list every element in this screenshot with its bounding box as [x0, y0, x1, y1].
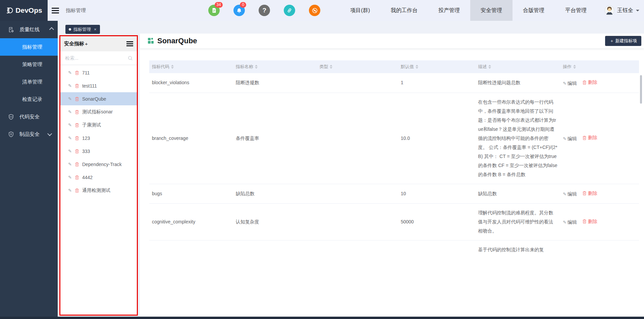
nav-item-workbench[interactable]: 我的工作台	[380, 0, 428, 21]
list-item[interactable]: ✎ 4442	[60, 171, 137, 184]
list-item[interactable]: ✎ 123	[60, 131, 137, 145]
delete-trash-icon[interactable]	[75, 149, 79, 154]
sort-icons[interactable]	[573, 65, 576, 69]
delete-trash-icon[interactable]	[75, 123, 79, 127]
column-header-type[interactable]: 类型	[319, 64, 395, 70]
delete-button[interactable]: 删除	[582, 189, 597, 198]
sidebar-group-artifact-security[interactable]: 制品安全	[0, 125, 58, 143]
nav-item-security[interactable]: 安全管理	[470, 0, 513, 21]
list-item[interactable]: ✎ Dependency-Track	[60, 158, 137, 171]
edit-button[interactable]: ✎编辑	[563, 219, 577, 225]
sidebar-item-indicator-management[interactable]: 指标管理	[0, 38, 58, 56]
sort-icons[interactable]	[416, 65, 418, 69]
edit-pencil-icon[interactable]: ✎	[68, 122, 72, 127]
breadcrumb: 指标管理	[66, 7, 86, 14]
shield-list-icon	[8, 131, 14, 138]
list-item-label[interactable]: 123	[82, 136, 90, 141]
sort-icons[interactable]	[171, 65, 174, 69]
sidebar-item-checklist-management[interactable]: 清单管理	[0, 73, 58, 91]
edit-pencil-icon[interactable]: ✎	[68, 109, 72, 114]
edit-pencil-icon[interactable]: ✎	[68, 149, 72, 154]
edit-button[interactable]: ✎编辑	[563, 81, 577, 86]
docs-count-badge: 34	[215, 2, 222, 8]
delete-trash-icon[interactable]	[75, 70, 79, 75]
cell-default	[398, 241, 476, 259]
link-icon[interactable]	[284, 5, 295, 16]
panel-collapse-icon[interactable]	[126, 41, 133, 46]
sidebar-item-policy-management[interactable]: 策略管理	[0, 56, 58, 73]
list-item-label[interactable]: SonarQube	[82, 96, 106, 102]
delete-trash-icon	[582, 80, 587, 85]
delete-button[interactable]: 删除	[582, 133, 597, 142]
tab-label: 指标管理	[73, 26, 91, 33]
edit-pencil-icon[interactable]: ✎	[68, 83, 72, 88]
list-item[interactable]: ✎ 333	[60, 145, 137, 158]
cell-actions: ✎编辑删除	[560, 93, 639, 184]
column-header-name[interactable]: 指标名称	[236, 64, 314, 70]
no-bug-icon[interactable]	[309, 5, 320, 16]
security-indicator-panel: 安全指标 + ✎ 711 ✎ test111 ✎ SonarQube ✎ 测试指…	[59, 35, 138, 316]
edit-pencil-icon[interactable]: ✎	[68, 96, 72, 101]
delete-button[interactable]: 删除	[582, 217, 597, 226]
edit-pencil-icon[interactable]: ✎	[68, 136, 72, 141]
sort-icons[interactable]	[330, 65, 332, 69]
delete-trash-icon[interactable]	[75, 84, 79, 88]
search-input[interactable]	[64, 55, 128, 61]
nav-item-production[interactable]: 投产管理	[428, 0, 470, 21]
list-item-selected[interactable]: ✎ SonarQube	[60, 92, 137, 105]
list-item-label[interactable]: Dependency-Track	[82, 162, 122, 167]
edit-button[interactable]: ✎编辑	[563, 136, 577, 141]
list-item-label[interactable]: 4442	[82, 175, 93, 180]
user-menu[interactable]: 王钰全	[604, 5, 639, 15]
notifications-bell-icon[interactable]: 0	[233, 5, 245, 16]
list-item-label[interactable]: 测试指标sonar	[82, 109, 113, 115]
list-item[interactable]: ✎ 通用检测测试	[60, 184, 137, 197]
delete-trash-icon[interactable]	[75, 162, 79, 167]
bottom-scrollbar[interactable]	[0, 317, 644, 319]
list-item-label[interactable]: 333	[82, 149, 90, 154]
sidebar-group-code-security[interactable]: 代码安全	[0, 108, 58, 125]
tab-indicator-management[interactable]: 指标管理 ×	[65, 25, 100, 34]
delete-trash-icon[interactable]	[75, 136, 79, 141]
column-header-description[interactable]: 描述	[478, 64, 557, 70]
list-item-label[interactable]: 子康测试	[82, 122, 101, 128]
list-item[interactable]: ✎ test111	[60, 79, 137, 92]
menu-toggle-icon[interactable]	[52, 8, 59, 13]
list-item[interactable]: ✎ 测试指标sonar	[60, 105, 137, 118]
table-scrollbar-thumb[interactable]	[640, 75, 642, 104]
column-header-default[interactable]: 默认值	[401, 64, 473, 70]
list-item-label[interactable]: 711	[82, 70, 90, 75]
nav-item-projects[interactable]: 项目(群)	[340, 0, 380, 21]
edit-pencil-icon[interactable]: ✎	[68, 175, 72, 180]
documents-icon[interactable]: 34	[208, 5, 220, 16]
sort-icons[interactable]	[255, 65, 258, 69]
nav-item-platform[interactable]: 平台管理	[555, 0, 597, 21]
edit-button[interactable]: ✎编辑	[563, 191, 577, 197]
delete-trash-icon[interactable]	[75, 175, 79, 180]
delete-trash-icon[interactable]	[75, 110, 79, 114]
edit-pencil-icon[interactable]: ✎	[68, 162, 72, 167]
add-indicator-group-button[interactable]: +	[85, 41, 88, 47]
help-icon[interactable]: ?	[259, 5, 270, 16]
delete-button[interactable]: 删除	[582, 78, 597, 87]
edit-pencil-icon[interactable]: ✎	[68, 188, 72, 193]
delete-trash-icon[interactable]	[75, 97, 79, 101]
list-item[interactable]: ✎ 子康测试	[60, 118, 137, 131]
edit-pencil-icon[interactable]: ✎	[68, 70, 72, 75]
list-item-label[interactable]: 通用检测测试	[82, 188, 110, 194]
sidebar-group-quality-redline[interactable]: 质量红线	[0, 21, 58, 38]
sidebar-group-label: 代码安全	[19, 114, 40, 120]
list-item[interactable]: ✎ 711	[60, 66, 137, 79]
delete-trash-icon	[582, 191, 587, 196]
column-header-actions[interactable]: 操作	[563, 64, 636, 70]
sort-icons[interactable]	[488, 65, 491, 69]
column-header-code[interactable]: 指标代码	[152, 64, 230, 70]
sidebar-item-inspection-records[interactable]: 检查记录	[0, 91, 58, 108]
new-indicator-button[interactable]: ＋ 新建指标项	[605, 36, 641, 46]
nav-item-version[interactable]: 合版管理	[513, 0, 555, 21]
table-row-partial: 基于代码的控制流计算出来的复	[149, 241, 639, 259]
tab-close-icon[interactable]: ×	[94, 27, 97, 32]
delete-trash-icon	[582, 136, 587, 140]
delete-trash-icon[interactable]	[75, 188, 79, 193]
list-item-label[interactable]: test111	[82, 83, 97, 89]
